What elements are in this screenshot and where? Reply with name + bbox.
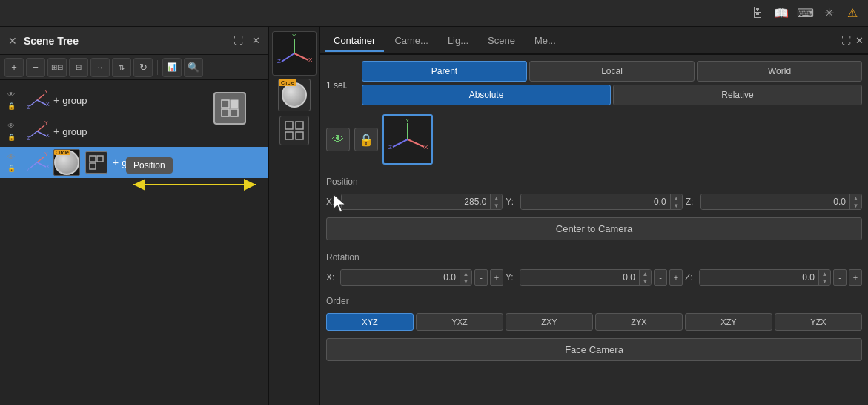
database-icon[interactable]: 🗄 — [749, 5, 766, 22]
order-section-label: Order — [326, 296, 862, 306]
rot-x-plus-button[interactable]: + — [490, 269, 503, 286]
sort-button[interactable]: ⇅ — [112, 58, 131, 77]
pos-x-input[interactable] — [342, 194, 490, 209]
pos-z-spin-up[interactable]: ▲ — [850, 194, 861, 202]
expand-all-button[interactable]: ⊞⊟ — [47, 58, 67, 77]
chart-button[interactable]: 📊 — [162, 58, 182, 77]
visibility-toggle[interactable]: 👁 — [326, 128, 350, 151]
center-to-camera-button[interactable]: Center to Camera — [326, 217, 862, 240]
tree-item-label-group: + group — [113, 157, 146, 168]
tree-item-name: group — [62, 126, 87, 137]
tab-container[interactable]: Container — [325, 30, 384, 52]
pos-x-field[interactable]: ▲ ▼ — [341, 194, 503, 210]
tab-bar: Container Came... Lig... Scene Me... ⛶ ✕ — [320, 27, 868, 55]
order-buttons-row: XYZ YXZ ZXY ZYX XZY YZX — [326, 313, 862, 331]
pos-y-spin-down[interactable]: ▼ — [671, 202, 682, 209]
coord-buttons-row2: Absolute Relative — [362, 85, 862, 105]
pos-y-label: Y: — [506, 197, 517, 207]
absolute-button[interactable]: Absolute — [362, 85, 611, 105]
rot-z-plus-button[interactable]: + — [849, 269, 862, 286]
tab-light[interactable]: Lig... — [439, 30, 477, 52]
viewport-circle-icon[interactable]: Circle — [278, 79, 311, 111]
pos-y-spin-up[interactable]: ▲ — [671, 194, 682, 202]
move-button[interactable]: ↔ — [90, 58, 110, 77]
rot-x-spin-up[interactable]: ▲ — [460, 270, 471, 277]
order-xzy-button[interactable]: XZY — [685, 313, 772, 331]
pos-z-input[interactable] — [701, 194, 849, 209]
pos-x-spin-up[interactable]: ▲ — [491, 194, 502, 202]
tree-content: 👁 🔒 Y Z X + group — [0, 80, 268, 405]
pos-z-field[interactable]: ▲ ▼ — [700, 194, 862, 210]
tab-close-button[interactable]: ✕ — [855, 35, 864, 46]
pos-z-label: Z: — [686, 197, 698, 207]
tab-camera[interactable]: Came... — [385, 30, 437, 52]
viewport-mesh-icon[interactable] — [279, 116, 309, 145]
tree-item-label-group: + group — [53, 125, 87, 137]
panel-close-button[interactable]: ✕ — [6, 34, 19, 47]
svg-text:Z: Z — [27, 105, 30, 110]
panel-expand-button[interactable]: ⛶ — [231, 34, 245, 47]
rot-z-spin-up[interactable]: ▲ — [819, 270, 830, 277]
order-yxz-button[interactable]: YXZ — [416, 313, 503, 331]
book-icon[interactable]: 📖 — [773, 5, 789, 22]
order-yzx-button[interactable]: YZX — [775, 313, 862, 331]
order-xyz-button[interactable]: XYZ — [326, 313, 414, 331]
terminal-icon[interactable]: ⌨ — [797, 5, 813, 22]
face-camera-button[interactable]: Face Camera — [326, 338, 862, 361]
order-zxy-button[interactable]: ZXY — [506, 313, 593, 331]
pos-y-input[interactable] — [521, 194, 669, 209]
tab-me[interactable]: Me... — [526, 30, 565, 52]
rot-x-spin-down[interactable]: ▼ — [460, 277, 471, 285]
rot-z-input[interactable] — [700, 270, 818, 285]
svg-text:X: X — [424, 144, 428, 151]
tab-expand-button[interactable]: ⛶ — [841, 35, 851, 46]
tab-scene[interactable]: Scene — [479, 30, 524, 52]
rot-z-spin-down[interactable]: ▼ — [819, 277, 830, 285]
rot-z-minus-button[interactable]: - — [833, 269, 847, 286]
rot-y-field[interactable]: ▲ ▼ — [520, 269, 652, 286]
svg-text:Y: Y — [44, 120, 48, 125]
rot-z-label: Z: — [685, 272, 697, 283]
pos-x-spin-down[interactable]: ▼ — [491, 202, 502, 209]
pos-z-spin-down[interactable]: ▼ — [850, 202, 861, 209]
tree-item-visibility-icons: 👁 🔒 — [6, 90, 21, 111]
refresh-button[interactable]: ↻ — [133, 58, 153, 77]
rot-y-input[interactable] — [520, 270, 639, 285]
rot-x-minus-button[interactable]: - — [474, 269, 488, 286]
svg-rect-24 — [222, 100, 229, 108]
panel-close-right-button[interactable]: ✕ — [249, 34, 262, 47]
add-button[interactable]: + — [4, 58, 24, 77]
local-button[interactable]: Local — [529, 61, 695, 82]
svg-rect-26 — [222, 109, 229, 116]
top-bar: 🗄 📖 ⌨ ✳ ⚠ — [0, 0, 868, 27]
scene-tree-title: Scene Tree — [24, 35, 227, 47]
svg-line-8 — [30, 131, 37, 137]
lock-toggle[interactable]: 🔒 — [354, 128, 378, 151]
warning-icon[interactable]: ⚠ — [844, 5, 861, 22]
rot-x-label: X: — [326, 272, 338, 283]
position-icon-highlight[interactable] — [213, 92, 246, 125]
rot-y-spin-up[interactable]: ▲ — [640, 270, 651, 277]
rot-y-plus-button[interactable]: + — [669, 269, 683, 286]
svg-text:X: X — [46, 102, 50, 107]
pos-y-field[interactable]: ▲ ▼ — [520, 194, 682, 210]
rot-y-minus-button[interactable]: - — [654, 269, 667, 286]
world-button[interactable]: World — [697, 61, 862, 82]
eye-lock-row: 👁 🔒 Y X Z — [326, 114, 862, 165]
lock-icon: 🔒 — [6, 163, 16, 174]
rot-z-field[interactable]: ▲ ▼ — [699, 269, 831, 286]
circle-thumbnail: Circle — [53, 149, 80, 176]
remove-button[interactable]: − — [26, 58, 45, 77]
order-zyx-button[interactable]: ZYX — [595, 313, 683, 331]
panel-header: ✕ Scene Tree ⛶ ✕ — [0, 27, 268, 55]
parent-button[interactable]: Parent — [362, 61, 527, 82]
search-button[interactable]: 🔍 — [184, 58, 203, 77]
circle-label: Circle — [279, 79, 296, 86]
rot-x-field[interactable]: ▲ ▼ — [340, 269, 472, 286]
tree-item-selected[interactable]: 👁 🔒 Y Z X Circle — [0, 147, 268, 178]
rot-y-spin-down[interactable]: ▼ — [640, 277, 651, 285]
plugin-icon[interactable]: ✳ — [821, 5, 837, 22]
relative-button[interactable]: Relative — [613, 85, 862, 105]
expand-button[interactable]: ⊟ — [69, 58, 88, 77]
rot-x-input[interactable] — [341, 270, 460, 285]
